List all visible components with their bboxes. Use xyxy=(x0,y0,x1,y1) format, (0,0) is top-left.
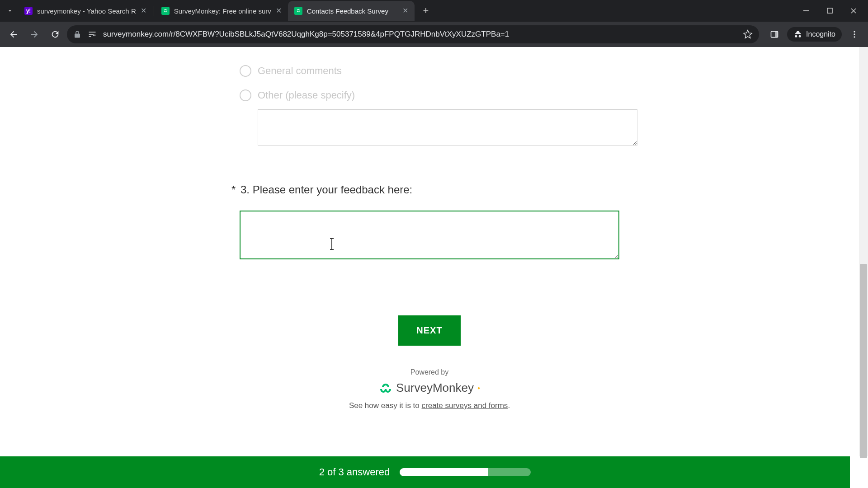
monkey-icon xyxy=(379,382,392,394)
tab-yahoo[interactable]: y! surveymonkey - Yahoo Search R ✕ xyxy=(18,1,153,21)
tab-contacts-feedback[interactable]: Contacts Feedback Survey ✕ xyxy=(288,1,415,21)
other-specify-input[interactable] xyxy=(258,109,637,145)
close-icon[interactable]: ✕ xyxy=(402,7,408,14)
scroll-thumb[interactable] xyxy=(860,264,867,458)
tab-title: Contacts Feedback Survey xyxy=(307,7,398,15)
next-button[interactable]: NEXT xyxy=(398,315,460,346)
close-window-button[interactable] xyxy=(847,5,860,17)
address-bar[interactable]: surveymonkey.com/r/8CWXFBW?UcibSBLkJ5aQt… xyxy=(67,25,759,43)
site-info-icon[interactable] xyxy=(73,30,81,38)
tab-search-button[interactable] xyxy=(4,5,16,17)
svg-rect-0 xyxy=(803,10,809,11)
new-tab-button[interactable]: + xyxy=(418,3,434,19)
svg-rect-1 xyxy=(827,8,832,13)
create-surveys-link[interactable]: create surveys and forms xyxy=(422,401,508,410)
svg-point-6 xyxy=(854,36,855,38)
tab-title: SurveyMonkey: Free online surv xyxy=(174,7,271,15)
option-label: Other (please specify) xyxy=(258,89,355,101)
favicon-surveymonkey-icon xyxy=(294,7,302,15)
incognito-label: Incognito xyxy=(806,30,835,38)
favicon-surveymonkey-icon xyxy=(161,7,170,15)
question-3-label: * 3. Please enter your feedback here: xyxy=(212,183,646,196)
radio-icon xyxy=(240,89,251,101)
reload-button[interactable] xyxy=(46,25,64,43)
close-icon[interactable]: ✕ xyxy=(141,7,146,14)
tagline-prefix: See how easy it is to xyxy=(349,401,422,410)
option-other[interactable]: Other (please specify) xyxy=(212,89,646,101)
scrollbar[interactable] xyxy=(859,47,868,456)
powered-by-label: Powered by xyxy=(212,368,646,376)
maximize-button[interactable] xyxy=(824,5,836,17)
option-label: General comments xyxy=(258,65,342,77)
radio-icon xyxy=(240,65,251,77)
surveymonkey-logo[interactable]: SurveyMonkey● xyxy=(212,381,646,395)
progress-footer: 2 of 3 answered xyxy=(0,456,850,488)
brand-name: SurveyMonkey xyxy=(396,381,474,395)
tab-separator xyxy=(154,6,154,16)
question-number: 3. xyxy=(241,183,250,196)
question-text: Please enter your feedback here: xyxy=(253,183,413,196)
url-text: surveymonkey.com/r/8CWXFBW?UcibSBLkJ5aQt… xyxy=(103,30,736,39)
tagline-suffix: . xyxy=(508,401,510,410)
minimize-button[interactable] xyxy=(800,5,813,17)
forward-button[interactable] xyxy=(25,25,43,43)
tagline: See how easy it is to create surveys and… xyxy=(212,401,646,410)
progress-fill xyxy=(400,468,487,476)
tab-strip: y! surveymonkey - Yahoo Search R ✕ Surve… xyxy=(18,0,800,22)
tab-surveymonkey-home[interactable]: SurveyMonkey: Free online surv ✕ xyxy=(155,1,288,21)
required-mark: * xyxy=(231,183,236,196)
feedback-input[interactable] xyxy=(240,211,619,259)
incognito-indicator[interactable]: Incognito xyxy=(787,27,842,42)
svg-point-4 xyxy=(854,31,855,33)
tab-title: surveymonkey - Yahoo Search R xyxy=(37,7,136,15)
progress-text: 2 of 3 answered xyxy=(319,466,390,478)
svg-point-5 xyxy=(854,33,855,35)
option-general-comments[interactable]: General comments xyxy=(212,65,646,77)
svg-rect-3 xyxy=(775,31,778,37)
tune-icon[interactable] xyxy=(88,30,97,39)
bookmark-icon[interactable] xyxy=(743,29,753,39)
progress-track xyxy=(400,468,531,476)
incognito-icon xyxy=(793,30,802,39)
side-panel-icon[interactable] xyxy=(765,25,783,43)
favicon-yahoo-icon: y! xyxy=(24,7,33,15)
brand-dot-icon: ● xyxy=(477,385,480,390)
menu-button[interactable] xyxy=(845,25,863,43)
close-icon[interactable]: ✕ xyxy=(276,7,282,14)
back-button[interactable] xyxy=(5,25,23,43)
